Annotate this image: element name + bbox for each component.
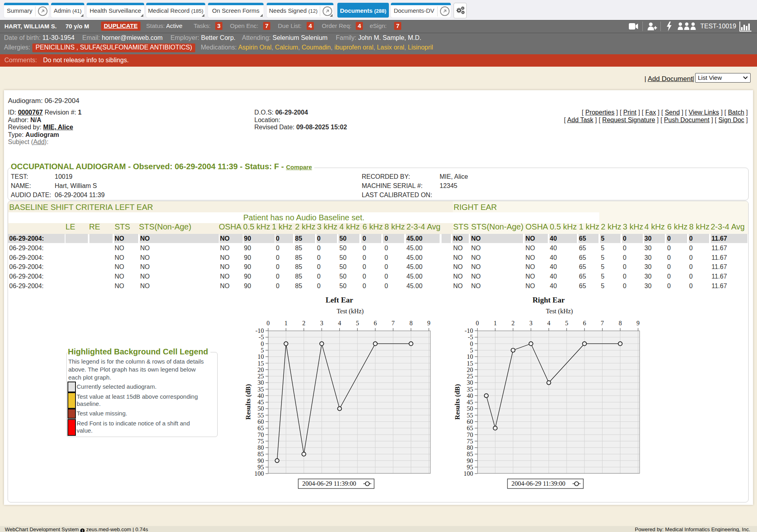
svg-text:55: 55 [258, 412, 264, 419]
svg-text:90: 90 [258, 457, 264, 464]
svg-text:25: 25 [467, 373, 473, 380]
svg-text:4: 4 [338, 320, 341, 326]
svg-text:5: 5 [356, 320, 359, 326]
svg-text:40: 40 [258, 392, 264, 399]
svg-text:25: 25 [258, 373, 264, 380]
svg-text:85: 85 [467, 451, 473, 457]
svg-text:65: 65 [258, 425, 264, 431]
svg-text:7: 7 [601, 320, 604, 326]
svg-text:90: 90 [467, 457, 473, 464]
svg-text:65: 65 [467, 425, 473, 431]
svg-text:1: 1 [284, 320, 287, 326]
svg-text:80: 80 [467, 444, 473, 451]
svg-text:20: 20 [258, 366, 264, 373]
svg-text:-5: -5 [259, 334, 264, 340]
svg-text:75: 75 [467, 438, 473, 445]
svg-text:2: 2 [302, 320, 305, 326]
svg-text:Left Ear: Left Ear [325, 296, 353, 304]
svg-text:7: 7 [392, 320, 395, 326]
svg-text:80: 80 [258, 444, 264, 451]
svg-text:45: 45 [467, 399, 473, 405]
svg-text:50: 50 [258, 405, 264, 412]
svg-text:8: 8 [618, 320, 622, 326]
svg-text:-10: -10 [465, 327, 473, 334]
svg-text:40: 40 [467, 392, 473, 399]
svg-text:6: 6 [583, 320, 586, 326]
svg-text:2004-06-29 11:39:00: 2004-06-29 11:39:00 [511, 480, 565, 487]
svg-text:Test (kHz): Test (kHz) [337, 308, 364, 315]
svg-text:100: 100 [254, 470, 264, 477]
svg-text:5: 5 [565, 320, 568, 326]
svg-text:45: 45 [258, 399, 264, 405]
svg-text:35: 35 [467, 386, 473, 393]
svg-text:Right Ear: Right Ear [533, 296, 565, 304]
svg-text:60: 60 [258, 418, 264, 425]
svg-text:4: 4 [547, 320, 551, 326]
svg-text:0: 0 [261, 340, 264, 347]
svg-text:Test (kHz): Test (kHz) [546, 308, 573, 315]
svg-text:5: 5 [261, 347, 264, 354]
svg-text:1: 1 [493, 320, 497, 326]
svg-text:60: 60 [467, 418, 473, 425]
svg-text:15: 15 [258, 360, 264, 367]
svg-text:2: 2 [511, 320, 515, 326]
svg-text:15: 15 [467, 360, 473, 367]
svg-text:10: 10 [258, 353, 264, 360]
svg-text:2004-06-29 11:39:00: 2004-06-29 11:39:00 [302, 480, 356, 487]
svg-text:20: 20 [467, 366, 473, 373]
svg-text:10: 10 [467, 353, 473, 360]
svg-text:55: 55 [467, 412, 473, 419]
svg-text:Results (dB): Results (dB) [454, 384, 461, 419]
svg-text:0: 0 [267, 320, 270, 326]
svg-text:100: 100 [464, 470, 473, 477]
svg-text:9: 9 [636, 320, 640, 326]
svg-text:70: 70 [258, 431, 264, 438]
svg-text:0: 0 [476, 320, 479, 326]
svg-text:9: 9 [427, 320, 430, 326]
svg-text:3: 3 [529, 320, 533, 326]
svg-text:-10: -10 [256, 327, 264, 334]
svg-text:6: 6 [374, 320, 377, 326]
svg-text:Results (dB): Results (dB) [244, 384, 252, 419]
svg-text:75: 75 [258, 438, 264, 445]
svg-text:35: 35 [258, 386, 264, 393]
svg-text:70: 70 [467, 431, 473, 438]
svg-text:3: 3 [320, 320, 323, 326]
svg-text:5: 5 [470, 347, 473, 354]
svg-text:30: 30 [258, 379, 264, 386]
svg-text:8: 8 [409, 320, 412, 326]
svg-text:30: 30 [467, 379, 473, 386]
svg-text:95: 95 [258, 464, 264, 471]
svg-text:-5: -5 [468, 334, 473, 340]
svg-text:95: 95 [467, 464, 473, 471]
svg-text:85: 85 [258, 451, 264, 457]
svg-text:50: 50 [467, 405, 473, 412]
svg-text:0: 0 [470, 340, 473, 347]
